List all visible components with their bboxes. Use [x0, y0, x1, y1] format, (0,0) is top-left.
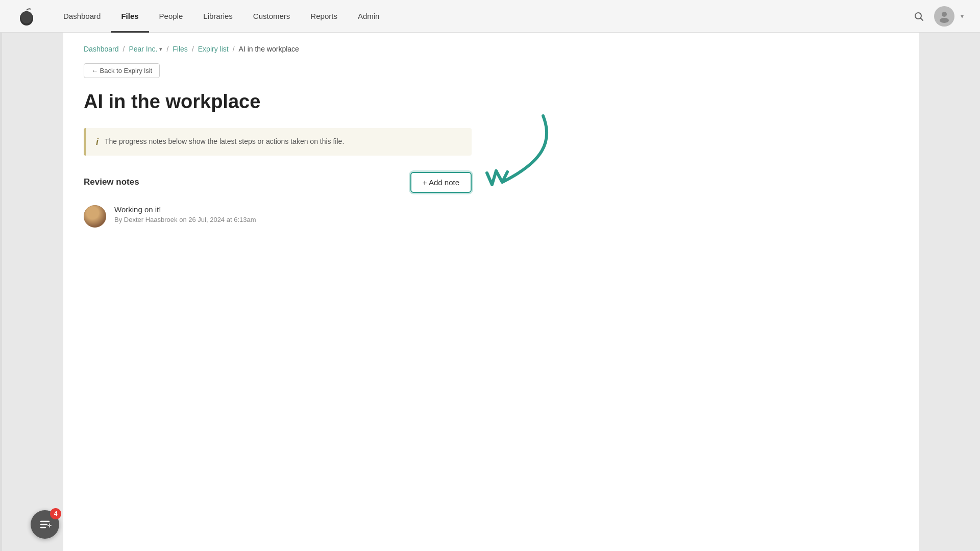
breadcrumb-files[interactable]: Files — [173, 45, 188, 53]
breadcrumb-current-page: AI in the workplace — [239, 45, 299, 53]
avatar[interactable] — [934, 6, 954, 27]
widget-button[interactable]: 4 — [31, 510, 59, 539]
company-chevron-icon: ▾ — [159, 46, 162, 53]
note-item: Working on it! By Dexter Haasbroek on 26… — [84, 205, 472, 238]
nav-dashboard[interactable]: Dashboard — [53, 0, 111, 33]
user-menu-chevron[interactable]: ▾ — [961, 13, 964, 20]
note-author: Dexter Haasbroek — [124, 216, 178, 223]
review-notes-header: Review notes + Add note — [84, 172, 472, 193]
breadcrumb-sep-1: / — [123, 45, 125, 53]
nav-reports[interactable]: Reports — [300, 0, 348, 33]
nav-people[interactable]: People — [149, 0, 193, 33]
main-wrapper: Dashboard / Pear Inc. ▾ / Files / Expiry… — [0, 33, 980, 551]
widget-badge: 4 — [50, 508, 61, 519]
info-message: The progress notes below show the latest… — [105, 136, 344, 147]
floating-widget[interactable]: 4 — [31, 510, 59, 539]
app-logo[interactable] — [16, 6, 37, 27]
svg-line-3 — [921, 18, 923, 20]
breadcrumb-company[interactable]: Pear Inc. ▾ — [129, 45, 162, 53]
breadcrumb: Dashboard / Pear Inc. ▾ / Files / Expiry… — [84, 45, 898, 53]
svg-point-5 — [940, 18, 949, 23]
svg-point-4 — [942, 12, 947, 17]
layout: Dashboard / Pear Inc. ▾ / Files / Expiry… — [0, 33, 980, 551]
search-icon[interactable] — [910, 7, 928, 26]
add-note-wrapper: + Add note — [410, 172, 472, 193]
add-note-button[interactable]: + Add note — [410, 172, 472, 193]
info-icon: i — [96, 137, 99, 147]
content-area: Dashboard / Pear Inc. ▾ / Files / Expiry… — [63, 33, 919, 551]
breadcrumb-sep-2: / — [166, 45, 168, 53]
nav-libraries[interactable]: Libraries — [193, 0, 243, 33]
note-author-avatar — [84, 205, 106, 228]
note-content: Working on it! By Dexter Haasbroek on 26… — [114, 205, 256, 223]
breadcrumb-sep-3: / — [192, 45, 194, 53]
nav-admin[interactable]: Admin — [348, 0, 390, 33]
breadcrumb-expiry-list[interactable]: Expiry list — [198, 45, 229, 53]
nav-files[interactable]: Files — [111, 0, 149, 33]
review-notes-title: Review notes — [84, 177, 139, 187]
info-box: i The progress notes below show the late… — [84, 128, 472, 156]
nav-right: ▾ — [905, 6, 964, 27]
breadcrumb-dashboard[interactable]: Dashboard — [84, 45, 119, 53]
note-date: 26 Jul, 2024 at 6:13am — [188, 216, 256, 223]
nav-customers[interactable]: Customers — [243, 0, 301, 33]
page-title: AI in the workplace — [84, 90, 898, 114]
left-accent — [0, 33, 2, 551]
note-text: Working on it! — [114, 205, 256, 214]
back-to-expiry-button[interactable]: ← Back to Expiry lsit — [84, 63, 160, 78]
svg-point-1 — [21, 11, 32, 23]
note-meta: By Dexter Haasbroek on 26 Jul, 2024 at 6… — [114, 216, 256, 223]
nav-links: Dashboard Files People Libraries Custome… — [53, 0, 905, 33]
breadcrumb-sep-4: / — [233, 45, 235, 53]
navbar: Dashboard Files People Libraries Custome… — [0, 0, 980, 33]
